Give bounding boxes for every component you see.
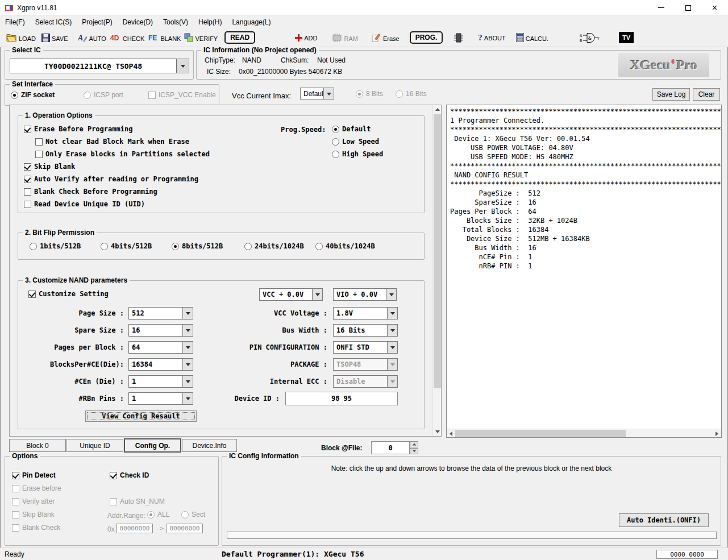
auto-button[interactable]: A AUTO: [76, 32, 108, 43]
spare-size-combo[interactable]: 16: [128, 324, 193, 337]
logic-gate-button[interactable]: A B & Y: [577, 31, 602, 44]
ic-select-combo[interactable]: TY00D0021211KC@ TSOP48: [10, 59, 189, 73]
combo-dropdown-button[interactable]: [182, 324, 193, 337]
combo-dropdown-button[interactable]: [182, 358, 193, 371]
bitflip-1bits-radio[interactable]: 1bits/512B: [30, 242, 81, 250]
bitflip-40bits-radio[interactable]: 40bits/1024B: [315, 242, 375, 250]
addr-to-field[interactable]: 00000000: [167, 524, 203, 533]
block-file-input[interactable]: 0: [371, 441, 410, 454]
spin-down-button[interactable]: [410, 448, 418, 454]
only-erase-partitions-checkbox[interactable]: Only Erase blocks in Partitions selected: [35, 148, 210, 160]
scrollbar-thumb[interactable]: [455, 430, 626, 437]
erase-before-checkbox[interactable]: Erase before: [12, 484, 61, 492]
read-button[interactable]: READ: [223, 30, 257, 45]
icsp-vcc-enable-checkbox[interactable]: ICSP_VCC Enable: [148, 91, 216, 99]
icsp-port-radio[interactable]: ICSP port: [84, 91, 123, 99]
read-unique-id-checkbox[interactable]: Read Device Unique ID (UID): [24, 198, 210, 210]
chip-button[interactable]: [452, 31, 465, 44]
bits-16-radio[interactable]: 16 Bits: [396, 90, 427, 98]
blocks-per-ce-combo[interactable]: 16384: [128, 358, 193, 371]
panel-scrollbar[interactable]: [432, 105, 441, 436]
erase-before-programming-checkbox[interactable]: Erase Before Programming: [24, 123, 210, 135]
prog-button[interactable]: PROG.: [408, 30, 445, 45]
not-clear-bad-block-checkbox[interactable]: Not clear Bad Block Mark when Erase: [35, 135, 210, 148]
menu-project[interactable]: Project(P): [77, 17, 117, 27]
bitflip-24bits-radio[interactable]: 24bits/1024B: [244, 242, 304, 250]
menu-language[interactable]: Language(L): [227, 17, 276, 27]
combo-dropdown-button[interactable]: [386, 288, 397, 301]
vcc-imax-combo[interactable]: Default: [300, 88, 334, 99]
tab-config-op[interactable]: Config Op.: [124, 438, 181, 453]
vcc-voltage-combo[interactable]: 1.8V: [333, 307, 398, 320]
spin-up-button[interactable]: [410, 441, 418, 447]
combo-dropdown-button[interactable]: [182, 341, 193, 354]
blank-check-before-programming-checkbox[interactable]: Blank Check Before Programming: [24, 185, 210, 198]
load-button[interactable]: LOAD: [5, 32, 38, 43]
auto-identify-button[interactable]: Auto Identi.(ONFI): [619, 513, 709, 527]
zif-socket-radio[interactable]: ZIF socket: [11, 91, 55, 99]
blank-check-option-checkbox[interactable]: Blank Check: [12, 524, 60, 532]
page-size-combo[interactable]: 512: [128, 307, 193, 320]
verify-button[interactable]: VERIFY: [182, 32, 219, 43]
save-log-button[interactable]: Save Log: [652, 88, 690, 101]
addr-range-all-radio[interactable]: ALL: [147, 511, 169, 518]
vcc-offset-combo[interactable]: VCC + 0.0V: [259, 288, 323, 301]
addr-range-sect-radio[interactable]: Sect: [181, 511, 205, 518]
bitflip-8bits-radio[interactable]: 8bits/512B: [172, 242, 223, 250]
scroll-left-button[interactable]: [447, 429, 455, 438]
ic-dropdown-button[interactable]: [177, 59, 189, 73]
scroll-down-button[interactable]: [433, 428, 442, 436]
tab-block-0[interactable]: Block 0: [9, 439, 66, 452]
pin-detect-checkbox[interactable]: Pin Detect: [12, 471, 56, 479]
clear-button[interactable]: Clear: [693, 88, 720, 101]
scrollbar-thumb[interactable]: [434, 114, 441, 388]
speed-high-radio[interactable]: High Speed: [332, 148, 383, 160]
menu-help[interactable]: Help(H): [193, 17, 227, 27]
menu-file[interactable]: File(F): [0, 17, 30, 27]
combo-dropdown-button[interactable]: [182, 375, 193, 388]
combo-dropdown-button[interactable]: [387, 307, 398, 320]
check-button[interactable]: 4D CHECK: [108, 32, 147, 43]
log-horizontal-scrollbar[interactable]: [447, 429, 721, 437]
auto-sn-checkbox[interactable]: Auto SN_NUM: [110, 497, 165, 505]
combo-dropdown-button[interactable]: [387, 341, 398, 354]
menu-tools[interactable]: Tools(V): [158, 17, 193, 27]
menu-device[interactable]: Device(D): [118, 17, 158, 27]
device-id-field[interactable]: 98 95: [285, 392, 398, 405]
about-button[interactable]: ? ABOUT: [476, 32, 507, 43]
auto-verify-checkbox[interactable]: Auto Verify after reading or Programming: [24, 173, 210, 185]
pin-configuration-combo[interactable]: ONFI STD: [333, 341, 398, 354]
skip-blank-option-checkbox[interactable]: Skip Blank: [12, 511, 55, 518]
ram-button[interactable]: RAM: [330, 32, 359, 43]
combo-dropdown-button[interactable]: [387, 358, 398, 371]
pages-per-block-combo[interactable]: 64: [128, 341, 193, 354]
internal-ecc-combo[interactable]: Disable: [333, 375, 398, 388]
speed-default-radio[interactable]: Default: [332, 123, 383, 135]
scroll-right-button[interactable]: [713, 429, 721, 438]
tab-device-info[interactable]: Device.Info: [182, 439, 237, 452]
menu-select-ic[interactable]: Select IC(S): [30, 17, 77, 27]
verify-after-checkbox[interactable]: Verify after: [12, 497, 55, 505]
combo-dropdown-button[interactable]: [387, 324, 398, 337]
close-button[interactable]: ×: [701, 0, 728, 15]
tab-unique-id[interactable]: Unique ID: [66, 439, 123, 452]
view-config-button[interactable]: View Config Resault: [85, 410, 197, 422]
save-button[interactable]: SAVE: [40, 32, 70, 43]
check-id-checkbox[interactable]: Check ID: [110, 471, 149, 479]
blank-button[interactable]: FE BLANK: [146, 32, 182, 43]
calcu-button[interactable]: CALCU.: [514, 32, 550, 43]
scroll-up-button[interactable]: [433, 105, 442, 114]
combo-dropdown-button[interactable]: [182, 307, 193, 320]
combo-dropdown-button[interactable]: [312, 288, 323, 301]
bitflip-4bits-radio[interactable]: 4bits/512B: [101, 242, 152, 250]
maximize-button[interactable]: [675, 0, 701, 15]
bits-8-radio[interactable]: 8 Bits: [356, 90, 383, 98]
package-combo[interactable]: TSOP48: [333, 358, 398, 371]
skip-blank-checkbox[interactable]: Skip Blank: [24, 160, 210, 173]
combo-dropdown-button[interactable]: [323, 88, 334, 99]
bus-width-combo[interactable]: 16 Bits: [333, 324, 398, 337]
cen-die-combo[interactable]: 1: [128, 375, 193, 388]
vio-offset-combo[interactable]: VIO + 0.0V: [333, 288, 397, 301]
minimize-button[interactable]: [648, 0, 675, 15]
erase-button[interactable]: Erase: [370, 32, 401, 43]
